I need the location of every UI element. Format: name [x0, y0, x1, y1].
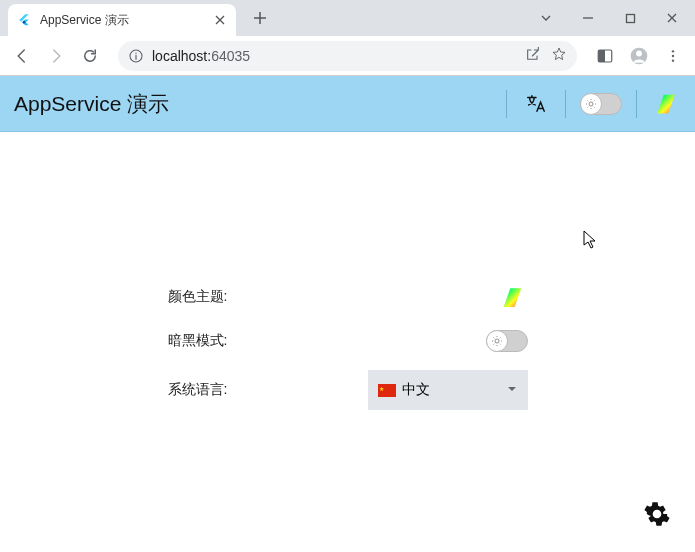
svg-rect-3: [598, 50, 605, 62]
color-theme-label: 颜色主题:: [168, 288, 298, 306]
menu-dots-icon[interactable]: [659, 42, 687, 70]
url-text: localhost:64035: [152, 48, 250, 64]
divider: [565, 90, 566, 118]
svg-point-5: [636, 50, 642, 56]
tab-title: AppService 演示: [40, 12, 204, 29]
settings-form: 颜色主题: 暗黑模式: 系统语言: 中文: [0, 282, 695, 410]
mouse-cursor-icon: [583, 230, 599, 254]
close-window-button[interactable]: [655, 6, 689, 30]
browser-toolbar: localhost:64035: [0, 36, 695, 76]
browser-tab[interactable]: AppService 演示: [8, 4, 236, 36]
language-value: 中文: [402, 381, 430, 399]
translate-icon[interactable]: [521, 89, 551, 119]
theme-rainbow-icon[interactable]: [498, 282, 528, 312]
china-flag-icon: [378, 384, 396, 397]
site-info-icon[interactable]: [128, 48, 144, 64]
minimize-button[interactable]: [571, 6, 605, 30]
browser-chrome: AppService 演示 localhost:64035: [0, 0, 695, 76]
svg-point-7: [672, 54, 674, 56]
bookmark-icon[interactable]: [551, 46, 567, 66]
flutter-favicon-icon: [16, 12, 32, 28]
divider: [636, 90, 637, 118]
language-row: 系统语言: 中文: [168, 370, 528, 410]
new-tab-button[interactable]: [246, 4, 274, 32]
profile-icon[interactable]: [625, 42, 653, 70]
sun-icon: [580, 93, 602, 115]
reload-button[interactable]: [76, 42, 104, 70]
svg-point-8: [672, 59, 674, 61]
app-header: AppService 演示: [0, 76, 695, 132]
window-controls: [529, 0, 689, 36]
svg-rect-0: [626, 14, 634, 22]
header-dark-mode-toggle[interactable]: [580, 93, 622, 115]
dark-mode-toggle[interactable]: [486, 330, 528, 352]
divider: [506, 90, 507, 118]
chevron-down-icon: [506, 382, 518, 398]
page-title: AppService 演示: [14, 90, 492, 118]
share-icon[interactable]: [525, 46, 541, 66]
tab-close-icon[interactable]: [212, 12, 228, 28]
color-theme-row: 颜色主题:: [168, 282, 528, 312]
sun-icon: [486, 330, 508, 352]
dark-mode-label: 暗黑模式:: [168, 332, 298, 350]
svg-point-6: [672, 50, 674, 52]
panel-icon[interactable]: [591, 42, 619, 70]
settings-fab[interactable]: [643, 500, 671, 528]
svg-point-9: [589, 102, 593, 106]
back-button[interactable]: [8, 42, 36, 70]
dark-mode-row: 暗黑模式:: [168, 330, 528, 352]
forward-button[interactable]: [42, 42, 70, 70]
theme-rainbow-icon[interactable]: [651, 89, 681, 119]
chevron-down-icon[interactable]: [529, 6, 563, 30]
language-label: 系统语言:: [168, 381, 298, 399]
address-bar[interactable]: localhost:64035: [118, 41, 577, 71]
svg-point-10: [495, 339, 499, 343]
maximize-button[interactable]: [613, 6, 647, 30]
app-content: 颜色主题: 暗黑模式: 系统语言: 中文: [0, 132, 695, 552]
tab-strip: AppService 演示: [0, 0, 695, 36]
language-select[interactable]: 中文: [368, 370, 528, 410]
